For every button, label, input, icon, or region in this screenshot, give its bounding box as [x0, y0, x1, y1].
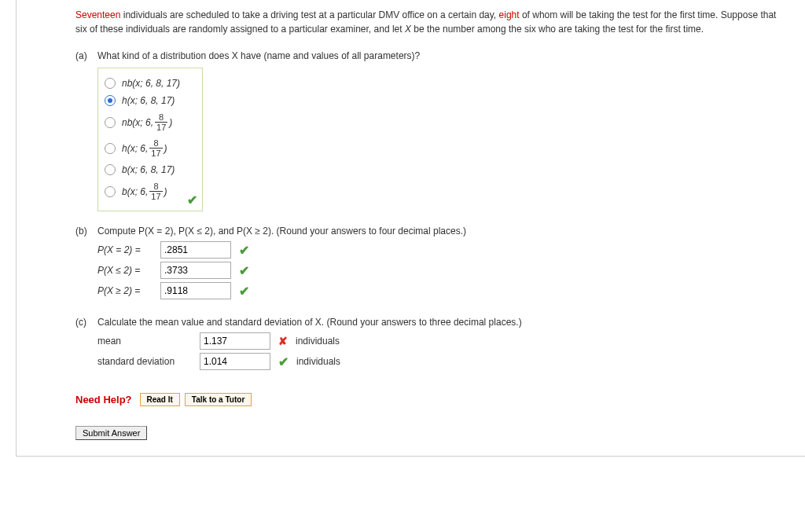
b-r1-label: P(X = 2) = — [97, 244, 160, 255]
frac-den: 17 — [155, 123, 167, 132]
frac-num: 8 — [149, 138, 162, 149]
problem-statement: Seventeen individuals are scheduled to t… — [75, 8, 789, 36]
option-3[interactable]: nb(x; 6, 817 ) — [105, 109, 180, 135]
part-b-question: Compute P(X = 2), P(X ≤ 2), and P(X ≥ 2)… — [97, 226, 789, 237]
option-5[interactable]: b(x; 6, 8, 17) — [105, 161, 180, 178]
question-container: Seventeen individuals are scheduled to t… — [16, 0, 805, 457]
b-row-3: P(X ≥ 2) = ✔ — [97, 282, 789, 299]
c-sd-label: standard deviation — [97, 356, 200, 367]
option-6-pre: b(x; 6, — [122, 186, 148, 197]
c-mean-label: mean — [97, 336, 200, 347]
radio-icon[interactable] — [105, 78, 116, 89]
part-c-label: (c) — [75, 317, 97, 328]
c-mean-row: mean ✘ individuals — [97, 332, 789, 350]
option-1[interactable]: nb(x; 6, 8, 17) — [105, 75, 180, 92]
option-3-pre: nb(x; 6, — [122, 117, 153, 128]
frac-num: 8 — [149, 182, 162, 192]
n-total: Seventeen — [75, 9, 120, 20]
b-row-2: P(X ≤ 2) = ✔ — [97, 262, 789, 279]
b-r2-input[interactable] — [160, 262, 231, 279]
close-paren: ) — [169, 117, 172, 128]
option-5-label: b(x; 6, 8, 17) — [122, 164, 175, 175]
b-row-1: P(X = 2) = ✔ — [97, 241, 789, 259]
part-b-label: (b) — [75, 226, 97, 237]
b-r1-input[interactable] — [160, 241, 231, 259]
intro-text-3: be the number among the six who are taki… — [411, 24, 704, 35]
check-icon: ✔ — [278, 354, 289, 369]
n-first: eight — [499, 9, 520, 20]
option-2-label: h(x; 6, 8, 17) — [122, 95, 175, 106]
b-r2-label: P(X ≤ 2) = — [97, 265, 160, 276]
option-4-pre: h(x; 6, — [122, 143, 148, 154]
c-mean-unit: individuals — [296, 336, 340, 347]
part-a-label: (a) — [75, 50, 97, 61]
fraction: 817 — [155, 112, 167, 132]
part-c: (c) Calculate the mean value and standar… — [75, 317, 789, 373]
fraction: 817 — [149, 182, 162, 201]
c-sd-row: standard deviation ✔ individuals — [97, 353, 789, 370]
check-icon: ✔ — [239, 243, 249, 258]
read-it-button[interactable]: Read It — [140, 393, 180, 406]
frac-den: 17 — [149, 149, 162, 158]
submit-row: Submit Answer — [75, 426, 789, 440]
radio-icon[interactable] — [105, 186, 116, 197]
c-sd-unit: individuals — [296, 356, 340, 367]
radio-icon-selected[interactable] — [105, 95, 116, 106]
option-6[interactable]: b(x; 6, 817 ) — [105, 178, 180, 204]
c-mean-input[interactable] — [200, 332, 270, 350]
cross-icon: ✘ — [278, 335, 288, 347]
b-r3-input[interactable] — [160, 282, 231, 299]
radio-icon[interactable] — [105, 143, 116, 154]
var-x: X — [405, 24, 411, 35]
options-box: nb(x; 6, 8, 17) h(x; 6, 8, 17) nb(x; 6, … — [97, 68, 203, 211]
option-4[interactable]: h(x; 6, 817 ) — [105, 135, 180, 161]
part-a: (a) What kind of a distribution does X h… — [75, 50, 789, 211]
radio-icon[interactable] — [105, 117, 116, 128]
talk-tutor-button[interactable]: Talk to a Tutor — [185, 393, 252, 406]
fraction: 817 — [149, 138, 162, 158]
option-1-label: nb(x; 6, 8, 17) — [122, 78, 180, 89]
need-help-row: Need Help? Read It Talk to a Tutor — [75, 393, 789, 406]
close-paren: ) — [164, 186, 167, 197]
frac-num: 8 — [155, 112, 167, 123]
b-r3-label: P(X ≥ 2) = — [97, 285, 160, 296]
check-icon: ✔ — [239, 263, 249, 278]
part-a-question: What kind of a distribution does X have … — [97, 50, 789, 61]
need-help-label: Need Help? — [75, 394, 132, 405]
close-paren: ) — [164, 143, 167, 154]
part-c-question: Calculate the mean value and standard de… — [97, 317, 789, 328]
check-icon: ✔ — [187, 193, 197, 207]
submit-answer-button[interactable]: Submit Answer — [75, 426, 147, 440]
radio-icon[interactable] — [105, 164, 116, 175]
option-2[interactable]: h(x; 6, 8, 17) — [105, 92, 180, 109]
check-icon: ✔ — [239, 284, 249, 299]
frac-den: 17 — [149, 192, 162, 201]
intro-text-1: individuals are scheduled to take a driv… — [120, 9, 498, 20]
c-sd-input[interactable] — [200, 353, 270, 370]
part-b: (b) Compute P(X = 2), P(X ≤ 2), and P(X … — [75, 226, 789, 303]
